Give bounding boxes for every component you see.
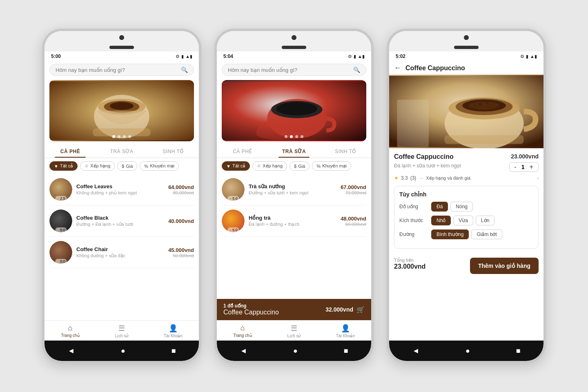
item-img-1-3: ★ 0.0: [49, 241, 72, 264]
qty-control[interactable]: - 1 +: [509, 162, 539, 172]
search-input-2[interactable]: [228, 67, 353, 73]
filter-khuyenmai-2[interactable]: % Khuyến mại: [312, 161, 351, 171]
hw-menu-3[interactable]: ■: [516, 347, 521, 355]
hw-back-2[interactable]: ◄: [240, 347, 247, 355]
price-original-2-1: 70.000vnd: [341, 190, 366, 195]
cart-bar-info-2: 1 đồ uống Coffee Cappuccino: [223, 303, 279, 316]
menu-list-1: ★ 2.5 Coffee Leaves Không đường + phủ ke…: [45, 174, 199, 320]
customize-opts-duong: Bình thường Giảm bớt: [431, 229, 502, 239]
nav-history-1[interactable]: ☰ Lịch sử: [96, 321, 147, 341]
screen-3: 5:02 ⚙ ▮ ▲▮ ← Coffee Cappuccino: [389, 51, 543, 341]
cart-price-wrap-2: 32.000vnd 🛒: [325, 306, 365, 314]
item-price-1-3: 45.000vnd 50.000vnd: [168, 247, 194, 258]
battery-icon-2: ▮: [354, 54, 356, 59]
bottom-nav-2: ⌂ Trang chủ ☰ Lịch sử 👤 Tài Khoản: [217, 320, 371, 341]
tab-cafe-2[interactable]: CÀ PHÊ: [217, 145, 268, 158]
nav-home-1[interactable]: ⌂ Trang chủ: [45, 321, 96, 341]
hw-home-2[interactable]: ●: [293, 347, 298, 355]
settings-icon-2: ⚙: [348, 54, 352, 59]
tab-sinhto-2[interactable]: SINH TỐ: [320, 145, 371, 158]
svg-point-15: [469, 102, 499, 109]
tab-trasua-1[interactable]: TRÀ SỮA: [96, 145, 147, 158]
hw-home-3[interactable]: ●: [466, 347, 470, 355]
filter-gia-2[interactable]: $ Giá: [290, 161, 310, 171]
opt-da-btn[interactable]: Đá: [431, 202, 448, 212]
svg-point-16: [479, 103, 482, 106]
nav-account-2[interactable]: 👤 Tài Khoản: [320, 321, 371, 341]
search-bar-2[interactable]: 🔍: [222, 64, 366, 76]
item-price-1-2: 40.000vnd: [168, 218, 194, 224]
rating-arrow-icon: ›: [537, 175, 539, 181]
item-price-2-1: 67.000vnd 70.000vnd: [341, 184, 366, 195]
list-item[interactable]: ★ 2.5 Coffee Leaves Không đường + phủ ke…: [49, 174, 194, 205]
item-info-2-1: Trà sữa nướng Đường + sữa tươi + kem ngọ…: [249, 183, 336, 196]
list-item[interactable]: ★ 5.0 Hồng trà Đá lạnh + đường + thạch 4…: [222, 205, 366, 237]
banner-dot-2-2: [290, 135, 293, 138]
opt-vua-btn[interactable]: Vừa: [453, 216, 473, 225]
opt-lon-btn[interactable]: Lớn: [476, 216, 494, 225]
opt-giambot-btn[interactable]: Giảm bớt: [471, 229, 502, 239]
qty-increase-btn[interactable]: +: [528, 163, 535, 171]
filter-xephang-2[interactable]: ☆ Xếp hạng: [252, 161, 287, 171]
item-info-1-3: Coffee Chair Không đường + sữa đặc: [76, 246, 164, 258]
filter-icon-xephang-1: ☆: [85, 163, 89, 169]
list-item[interactable]: ★ 0.0 Coffee Black Đường + Đá lạnh + sữa…: [49, 205, 194, 237]
item-info-1-2: Coffee Black Đường + Đá lạnh + sữa tươi: [76, 215, 164, 227]
qty-decrease-btn[interactable]: -: [513, 163, 518, 171]
wifi-icon-3: ▲▮: [530, 54, 537, 59]
time-2: 5:04: [223, 53, 233, 59]
search-input-1[interactable]: [56, 67, 181, 73]
nav-account-1[interactable]: 👤 Tài Khoản: [147, 321, 199, 341]
filters-1: ▼ Tất cả ☆ Xếp hạng $ Giá % Khuyến mại: [45, 158, 199, 174]
filter-gia-1[interactable]: $ Giá: [117, 161, 137, 171]
banner-dot-1-3: [123, 135, 126, 138]
home-icon-1: ⌂: [68, 324, 73, 332]
time-1: 5:00: [51, 53, 61, 59]
tab-cafe-1[interactable]: CÀ PHÊ: [45, 145, 96, 158]
back-button[interactable]: ←: [394, 64, 401, 72]
nav-history-2[interactable]: ☰ Lịch sử: [268, 321, 320, 341]
item-name-2-2: Hồng trà: [249, 215, 336, 221]
filter-xephang-1[interactable]: ☆ Xếp hạng: [80, 161, 115, 171]
opt-nong-btn[interactable]: Nóng: [450, 202, 473, 212]
tab-sinhto-1[interactable]: SINH TỐ: [147, 145, 199, 158]
status-icons-2: ⚙ ▮ ▲▮: [348, 54, 365, 59]
detail-product-name: Coffee Cappuccino: [394, 153, 454, 160]
cart-price-2: 32.000vnd: [325, 306, 353, 313]
banner-dot-2-3: [295, 135, 298, 138]
search-bar-1[interactable]: 🔍: [49, 64, 194, 76]
hw-menu-1[interactable]: ■: [172, 347, 176, 355]
list-item[interactable]: ★ 5.0 Trà sữa nướng Đường + sữa tươi + k…: [222, 174, 366, 205]
filter-khuyenmai-1[interactable]: % Khuyến mại: [140, 161, 179, 171]
total-amount: 23.000vnd: [394, 263, 425, 270]
rating-row[interactable]: ★ 3.3 (3) — Xếp hạng và đánh giá ›: [394, 175, 539, 181]
filter-tatca-2[interactable]: ▼ Tất cả: [222, 161, 250, 171]
opt-binhthuong-btn[interactable]: Bình thường: [431, 229, 469, 239]
nav-home-2[interactable]: ⌂ Trang chủ: [217, 321, 268, 341]
wifi-icon-1: ▲▮: [185, 54, 192, 59]
item-star-2-2: ★ 5.0: [227, 227, 239, 232]
item-desc-2-2: Đá lạnh + đường + thạch: [249, 222, 336, 227]
svg-point-17: [486, 102, 488, 104]
customize-label-duong: Đường: [399, 232, 428, 237]
phone-hw-bar-1: ◄ ● ■: [45, 341, 199, 361]
svg-point-9: [276, 102, 317, 116]
settings-icon-3: ⚙: [520, 54, 524, 59]
rating-link[interactable]: Xếp hạng và đánh giá: [426, 176, 470, 181]
hw-home-1[interactable]: ●: [121, 347, 125, 355]
detail-name-row: Coffee Cappuccino 23.000vnd: [394, 153, 539, 160]
cart-count-2: 1 đồ uống: [223, 303, 279, 309]
opt-nho-btn[interactable]: Nhỏ: [431, 216, 451, 225]
list-item[interactable]: ★ 0.0 Coffee Chair Không đường + sữa đặc…: [49, 237, 194, 268]
hw-back-1[interactable]: ◄: [67, 347, 75, 355]
item-desc-1-2: Đường + Đá lạnh + sữa tươi: [76, 222, 164, 227]
detail-title: Coffee Cappuccino: [405, 65, 465, 72]
filter-tatca-1[interactable]: ▼ Tất cả: [49, 161, 78, 171]
add-cart-btn[interactable]: Thêm vào giỏ hàng: [470, 258, 539, 274]
cart-bar-2[interactable]: 1 đồ uống Coffee Cappuccino 32.000vnd 🛒: [217, 299, 371, 320]
total-label: Tổng tiền: [394, 258, 425, 263]
hw-menu-2[interactable]: ■: [344, 347, 348, 355]
hw-back-3[interactable]: ◄: [412, 347, 419, 355]
detail-banner: [389, 75, 543, 148]
tab-trasua-2[interactable]: TRÀ SỮA: [268, 145, 320, 158]
